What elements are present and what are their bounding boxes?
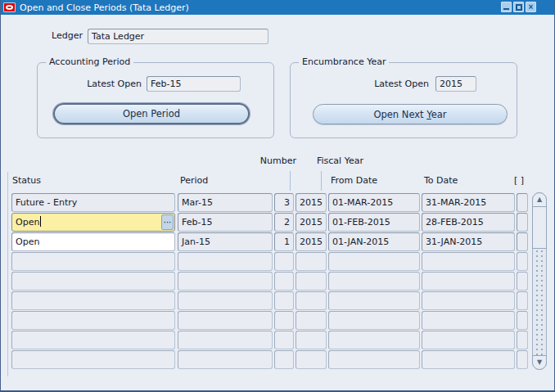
empty-cell-number[interactable] — [274, 311, 294, 330]
cell-period[interactable]: Feb-15 — [178, 213, 273, 232]
cell-number[interactable]: 1 — [274, 232, 294, 251]
empty-cell-number[interactable] — [274, 252, 294, 271]
empty-cell-fiscal_year[interactable] — [296, 272, 327, 291]
encumbrance-year-legend: Encumbrance Year — [299, 56, 389, 67]
empty-cell-period[interactable] — [178, 331, 273, 349]
header-checkbox: [ ] — [514, 175, 524, 186]
empty-cell-checkbox[interactable] — [517, 331, 528, 349]
cell-to_date[interactable]: 31-JAN-2015 — [422, 232, 515, 251]
empty-cell-from_date[interactable] — [328, 311, 420, 330]
header-fiscal-year: Fiscal Year — [317, 155, 363, 166]
empty-cell-period[interactable] — [178, 252, 273, 271]
empty-cell-checkbox[interactable] — [517, 252, 528, 271]
cell-checkbox[interactable] — [517, 213, 528, 232]
cell-to_date[interactable]: 28-FEB-2015 — [422, 213, 515, 232]
empty-cell-fiscal_year[interactable] — [296, 311, 327, 330]
accounting-period-legend: Accounting Period — [46, 56, 133, 67]
cell-fiscal_year[interactable]: 2015 — [296, 193, 327, 212]
empty-cell-number[interactable] — [274, 291, 294, 310]
close-button[interactable]: × — [526, 2, 536, 12]
scroll-down-icon[interactable]: ▼ — [532, 355, 547, 370]
window-title: Open and Close Periods (Tata Ledger) — [20, 2, 189, 13]
empty-cell-status[interactable] — [11, 252, 175, 271]
empty-cell-period[interactable] — [178, 291, 273, 310]
header-to-date: To Date — [424, 175, 458, 186]
empty-cell-from_date[interactable] — [328, 350, 420, 369]
empty-cell-from_date[interactable] — [328, 291, 420, 310]
canvas-edge-line — [7, 172, 8, 376]
text-caret — [40, 216, 41, 227]
cell-period[interactable]: Mar-15 — [178, 193, 273, 212]
encumbrance-year-frame: Encumbrance Year — [290, 62, 517, 138]
close-icon: × — [529, 2, 534, 11]
scrollbar-thumb[interactable] — [532, 206, 547, 249]
cell-checkbox[interactable] — [517, 232, 528, 251]
header-from-date: From Date — [331, 175, 377, 186]
encumbrance-latest-open-field[interactable]: 2015 — [435, 76, 476, 92]
empty-cell-from_date[interactable] — [328, 252, 420, 271]
empty-cell-to_date[interactable] — [422, 311, 515, 330]
empty-cell-period[interactable] — [178, 272, 273, 291]
oracle-logo-icon — [3, 2, 16, 12]
header-period: Period — [180, 175, 208, 186]
maximize-icon — [516, 4, 522, 11]
cell-number[interactable]: 2 — [274, 213, 294, 232]
empty-cell-number[interactable] — [274, 350, 294, 369]
header-number: Number — [247, 155, 296, 166]
empty-cell-checkbox[interactable] — [517, 350, 528, 369]
cell-status[interactable]: Open··· — [11, 213, 175, 232]
cell-from_date[interactable]: 01-JAN-2015 — [328, 232, 420, 251]
empty-cell-period[interactable] — [178, 350, 273, 369]
cell-from_date[interactable]: 01-MAR-2015 — [328, 193, 420, 212]
empty-cell-number[interactable] — [274, 331, 294, 349]
column-separator — [290, 171, 291, 191]
empty-cell-status[interactable] — [11, 291, 175, 310]
column-separator — [321, 171, 322, 191]
cell-checkbox[interactable] — [517, 193, 528, 212]
empty-cell-fiscal_year[interactable] — [296, 350, 327, 369]
empty-cell-to_date[interactable] — [422, 272, 515, 291]
accounting-latest-open-field[interactable]: Feb-15 — [147, 76, 241, 92]
open-next-year-button[interactable]: Open Next Year — [313, 104, 508, 124]
cell-fiscal_year[interactable]: 2015 — [296, 232, 327, 251]
maximize-button[interactable] — [513, 2, 524, 12]
app-window: Open and Close Periods (Tata Ledger) × L… — [0, 0, 555, 392]
empty-cell-fiscal_year[interactable] — [296, 252, 327, 271]
empty-cell-from_date[interactable] — [328, 331, 420, 349]
empty-cell-to_date[interactable] — [422, 291, 515, 310]
empty-cell-status[interactable] — [11, 350, 175, 369]
empty-cell-status[interactable] — [11, 311, 175, 330]
empty-cell-status[interactable] — [11, 331, 175, 349]
lov-ellipsis-button[interactable]: ··· — [161, 214, 174, 230]
accounting-latest-open-label: Latest Open — [74, 79, 142, 89]
scroll-up-icon[interactable]: ▲ — [532, 192, 547, 207]
empty-cell-to_date[interactable] — [422, 350, 515, 369]
empty-cell-to_date[interactable] — [422, 331, 515, 349]
cell-status[interactable]: Open — [11, 232, 175, 251]
empty-cell-status[interactable] — [11, 272, 175, 291]
empty-cell-to_date[interactable] — [422, 252, 515, 271]
cell-number[interactable]: 3 — [274, 193, 294, 212]
empty-cell-checkbox[interactable] — [517, 272, 528, 291]
cell-period[interactable]: Jan-15 — [178, 232, 273, 251]
ledger-field[interactable]: Tata Ledger — [88, 29, 268, 44]
empty-cell-period[interactable] — [178, 311, 273, 330]
empty-cell-number[interactable] — [274, 272, 294, 291]
minimize-button[interactable] — [501, 2, 512, 12]
ledger-label: Ledger — [34, 30, 83, 41]
encumbrance-latest-open-label: Latest Open — [357, 79, 429, 89]
titlebar[interactable]: Open and Close Periods (Tata Ledger) × — [1, 0, 554, 15]
empty-cell-from_date[interactable] — [328, 272, 420, 291]
empty-cell-fiscal_year[interactable] — [296, 331, 327, 349]
empty-cell-checkbox[interactable] — [517, 291, 528, 310]
header-status: Status — [12, 175, 41, 186]
open-period-button[interactable]: Open Period — [53, 103, 250, 124]
cell-fiscal_year[interactable]: 2015 — [296, 213, 327, 232]
empty-cell-checkbox[interactable] — [517, 311, 528, 330]
minimize-icon — [503, 8, 509, 10]
accounting-period-frame: Accounting Period — [37, 62, 274, 138]
cell-to_date[interactable]: 31-MAR-2015 — [422, 193, 515, 212]
cell-from_date[interactable]: 01-FEB-2015 — [328, 213, 420, 232]
cell-status[interactable]: Future - Entry — [11, 193, 175, 212]
empty-cell-fiscal_year[interactable] — [296, 291, 327, 310]
